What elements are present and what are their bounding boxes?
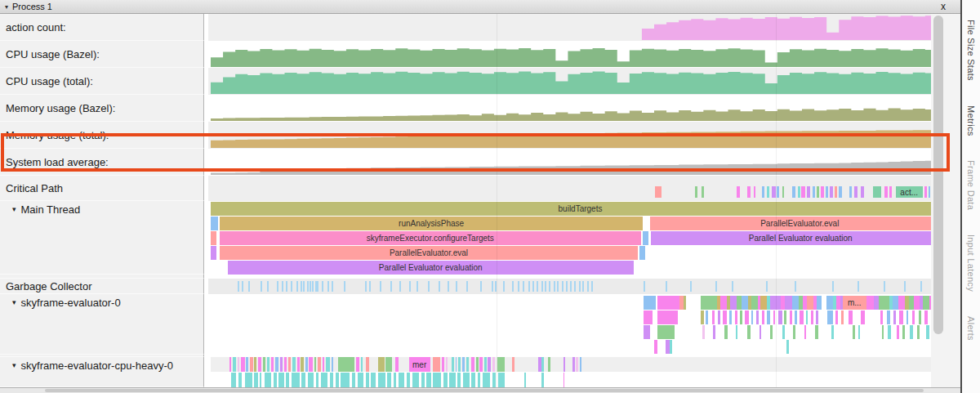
trace-slice[interactable] xyxy=(483,373,490,387)
gc-event-tick[interactable] xyxy=(286,281,287,292)
side-tab-file-size-stats[interactable]: File Size Stats xyxy=(966,20,976,81)
trace-slice[interactable] xyxy=(816,310,818,324)
trace-slice[interactable] xyxy=(827,310,833,324)
trace-slice[interactable] xyxy=(924,310,928,324)
trace-slice[interactable] xyxy=(356,357,359,372)
trace-slice[interactable] xyxy=(399,373,404,387)
trace-slice[interactable] xyxy=(762,186,764,198)
trace-slice[interactable] xyxy=(695,186,697,198)
trace-slice[interactable] xyxy=(701,310,704,324)
gc-event-tick[interactable] xyxy=(518,281,519,292)
track-canvas[interactable]: act... xyxy=(208,176,950,201)
gc-event-tick[interactable] xyxy=(261,281,262,292)
trace-slice[interactable] xyxy=(702,325,705,339)
trace-slice-parallelevaluator-eval[interactable]: ParallelEvaluator.eval xyxy=(650,217,950,230)
trace-slice[interactable] xyxy=(271,357,274,372)
trace-slice[interactable] xyxy=(263,357,265,372)
vertical-scrollbar[interactable] xyxy=(931,14,960,387)
trace-slice-skyframeexecutor-configuretargets[interactable]: skyframeExecutor.configureTargets xyxy=(220,231,641,245)
trace-slice[interactable] xyxy=(361,357,363,372)
gc-event-tick[interactable] xyxy=(428,281,430,292)
gc-event-tick[interactable] xyxy=(248,281,250,292)
gc-event-tick[interactable] xyxy=(466,281,468,292)
gc-event-tick[interactable] xyxy=(267,281,269,292)
gc-event-tick[interactable] xyxy=(456,281,457,292)
trace-slice[interactable] xyxy=(449,373,455,387)
gc-event-tick[interactable] xyxy=(574,281,576,292)
trace-slice[interactable] xyxy=(407,373,411,387)
trace-slice[interactable] xyxy=(492,357,495,372)
gc-event-tick[interactable] xyxy=(399,281,401,292)
trace-slice[interactable] xyxy=(882,325,884,339)
gc-event-tick[interactable] xyxy=(795,281,796,292)
vertical-scrollbar-thumb[interactable] xyxy=(933,16,943,334)
gc-event-tick[interactable] xyxy=(532,281,534,292)
track-canvas[interactable] xyxy=(208,14,950,41)
process-header[interactable]: ▾ Process 1 xyxy=(0,0,960,14)
trace-slice[interactable] xyxy=(250,357,253,372)
trace-slice[interactable] xyxy=(548,357,551,372)
gc-event-tick[interactable] xyxy=(690,281,692,292)
trace-slice[interactable] xyxy=(332,357,334,372)
gc-event-tick[interactable] xyxy=(369,281,371,292)
gc-event-tick[interactable] xyxy=(554,281,555,292)
gc-event-tick[interactable] xyxy=(312,281,314,292)
trace-slice[interactable] xyxy=(858,325,861,339)
trace-slice[interactable] xyxy=(893,310,896,324)
trace-slice[interactable] xyxy=(729,310,732,324)
trace-slice[interactable] xyxy=(735,310,738,324)
trace-slice-runanalysisphase[interactable]: runAnalysisPhase xyxy=(220,217,644,230)
trace-slice[interactable] xyxy=(352,373,356,387)
trace-slice[interactable] xyxy=(817,296,821,310)
gc-event-tick[interactable] xyxy=(291,281,292,292)
gc-event-tick[interactable] xyxy=(480,281,482,292)
trace-slice-parallelevaluator-eval[interactable]: ParallelEvaluator.eval xyxy=(220,246,638,260)
trace-slice[interactable] xyxy=(644,296,655,310)
trace-slice[interactable] xyxy=(815,325,818,339)
trace-slice[interactable] xyxy=(446,357,448,372)
trace-slice[interactable] xyxy=(897,325,899,339)
trace-slice[interactable] xyxy=(785,296,792,310)
trace-slice[interactable] xyxy=(330,373,334,387)
track-canvas[interactable]: mer xyxy=(208,357,950,387)
trace-slice[interactable] xyxy=(684,296,686,310)
trace-slice[interactable] xyxy=(657,325,675,339)
trace-slice[interactable] xyxy=(258,357,262,372)
trace-slice[interactable] xyxy=(211,231,216,245)
gc-event-tick[interactable] xyxy=(416,281,418,292)
trace-slice[interactable] xyxy=(929,186,930,198)
side-tab-frame-data[interactable]: Frame Data xyxy=(966,160,976,210)
trace-slice[interactable] xyxy=(720,296,726,310)
gc-event-tick[interactable] xyxy=(310,281,311,292)
gc-event-tick[interactable] xyxy=(570,281,572,292)
trace-slice[interactable] xyxy=(762,310,764,324)
trace-slice[interactable] xyxy=(760,325,762,339)
gc-event-tick[interactable] xyxy=(582,281,584,292)
gc-event-tick[interactable] xyxy=(303,281,305,292)
trace-slice[interactable] xyxy=(706,310,708,324)
trace-slice[interactable] xyxy=(889,186,892,198)
trace-slice[interactable] xyxy=(284,357,287,372)
trace-slice[interactable] xyxy=(323,357,325,372)
trace-slice[interactable] xyxy=(538,357,541,372)
trace-slice[interactable] xyxy=(456,357,457,372)
trace-slice[interactable] xyxy=(654,340,657,354)
trace-slice[interactable] xyxy=(801,186,805,198)
trace-slice[interactable] xyxy=(657,310,678,324)
trace-slice[interactable] xyxy=(254,373,258,387)
trace-slice[interactable] xyxy=(740,310,742,324)
trace-slice[interactable] xyxy=(772,186,776,198)
trace-slice[interactable] xyxy=(387,373,391,387)
collapse-arrow-icon[interactable]: ▾ xyxy=(12,203,16,216)
trace-slice[interactable] xyxy=(792,296,799,310)
trace-slice[interactable] xyxy=(395,357,399,372)
trace-slice[interactable] xyxy=(817,186,819,198)
trace-slice[interactable] xyxy=(309,357,313,372)
trace-slice[interactable] xyxy=(644,310,653,324)
trace-slice-parallel-evaluator-evaluation[interactable]: Parallel Evaluator evaluation xyxy=(228,261,634,275)
trace-slice[interactable] xyxy=(639,246,645,260)
trace-slice[interactable] xyxy=(811,310,814,324)
track-canvas[interactable]: buildTargetsrunAnalysisPhaseParallelEval… xyxy=(208,201,950,275)
track-canvas[interactable] xyxy=(208,122,950,149)
trace-slice[interactable] xyxy=(433,357,440,372)
